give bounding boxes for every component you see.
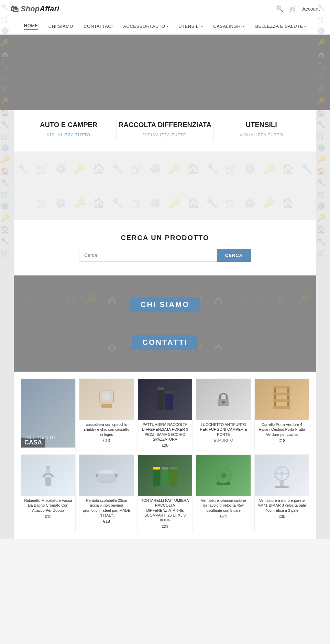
logo-shop: Shop xyxy=(21,4,40,13)
svg-rect-9 xyxy=(273,386,290,388)
product-name: Ventilatore a muro e parete VM41 BIMAR 3… xyxy=(255,496,309,513)
category-auto-link[interactable]: VISUALIZZA TUTTO xyxy=(47,133,90,137)
main-nav: HOME CHI SIAMO CONTATTACI ACCESSORI AUTO… xyxy=(0,18,330,35)
product-name: Ventilatore johnson ciclone da tavolo tr… xyxy=(196,496,251,513)
products-section: CASA VISUALIZZA TUTTO cassettiera con sp… xyxy=(14,372,316,539)
categories-section: AUTO E CAMPER VISUALIZZA TUTTO RACCOLTA … xyxy=(14,110,316,151)
product-price: €20 xyxy=(138,442,192,451)
svg-rect-29 xyxy=(153,467,160,470)
product-featured-casa[interactable]: CASA VISUALIZZA TUTTO xyxy=(21,379,76,451)
product-img xyxy=(138,455,192,496)
chi-siamo-button[interactable]: CHI SIAMO xyxy=(130,297,200,312)
chevron-down-icon: ▾ xyxy=(304,24,306,28)
svg-point-27 xyxy=(102,471,111,473)
svg-rect-25 xyxy=(96,474,98,477)
category-utensili-title: UTENSILI xyxy=(213,121,309,129)
product-img xyxy=(255,455,309,496)
product-card[interactable]: PATTUMIERA RACCOLTA DIFFERENZIATA POKER … xyxy=(138,379,192,451)
svg-rect-28 xyxy=(153,468,160,486)
nav-item-utensili[interactable]: UTENSILI ▾ xyxy=(178,24,203,29)
svg-line-42 xyxy=(226,477,228,480)
right-decoration: 🔧🛒 ⚙️🔑 🏠🔧 🛒⚙️ 🔑🏠 🔧🛒 ⚙️🔑 🏠🔧 🛒⚙️ 🔑🏠 🔧🛒 xyxy=(316,0,330,539)
nav-item-contattaci[interactable]: CONTATTACI xyxy=(84,24,113,29)
header-actions: 🔍 🛒 Account xyxy=(276,5,320,13)
svg-rect-30 xyxy=(162,468,168,486)
category-raccolta-link[interactable]: VISUALIZZA TUTTO xyxy=(143,133,187,137)
product-price: €35 xyxy=(255,513,309,522)
svg-rect-46 xyxy=(275,486,289,488)
svg-point-36 xyxy=(221,473,226,478)
product-name: TONTARELLI PATTUMIERA RACCOLTA DIFFERENZ… xyxy=(138,496,192,523)
casa-visualizza-link[interactable]: VISUALIZZA TUTTO xyxy=(24,436,56,440)
nav-item-accessori-auto[interactable]: ACCESSORI AUTO ▾ xyxy=(123,24,168,29)
search-section: CERCA UN PRODOTTO CERCA xyxy=(14,220,316,275)
product-card[interactable]: Ventilatore a muro e parete VM41 BIMAR 3… xyxy=(254,454,309,532)
product-name: PATTUMIERA RACCOLTA DIFFERENZIATA POKER … xyxy=(138,420,192,442)
hero-banner xyxy=(0,35,330,110)
category-auto-title: AUTO E CAMPER xyxy=(21,121,117,129)
logo-affari: Affari xyxy=(40,4,59,13)
category-raccolta: RACCOLTA DIFFERENZIATA VISUALIZZA TUTTO xyxy=(117,121,213,138)
product-price: €24 xyxy=(196,513,251,522)
product-card[interactable]: Pentola scolabella 20cm acciaio inox bav… xyxy=(79,454,134,532)
decorative-area-1: 🔧🛒⚙️ 🔑🏠🔧 🛒⚙️🔑 🏠🔧🛒 ⚙️🔑🏠 🔧🛒⚙️ 🔑🏠🔧 🛒⚙️🔑 🏠🔧🛒… xyxy=(14,151,316,220)
svg-line-43 xyxy=(226,471,228,473)
contatti-button[interactable]: CONTATTI xyxy=(132,335,198,350)
svg-rect-3 xyxy=(157,389,164,410)
product-card[interactable]: cassettiera con specchio shabby e chic c… xyxy=(79,379,134,451)
products-grid-2: Rubinetto Miscelatore Vasca Da Bagno Cro… xyxy=(21,454,309,532)
header: 🛍 ShopAffari 🔍 🛒 Account xyxy=(0,0,330,18)
category-utensili: UTENSILI VISUALIZZA TUTTO xyxy=(213,121,309,138)
svg-rect-26 xyxy=(115,474,118,477)
svg-rect-16 xyxy=(287,395,289,399)
product-img xyxy=(196,379,251,420)
category-utensili-link[interactable]: VISUALIZZA TUTTO xyxy=(240,133,283,137)
product-price: €13 xyxy=(79,438,134,446)
category-raccolta-title: RACCOLTA DIFFERENZIATA xyxy=(117,121,213,129)
product-card[interactable]: LUCCHETTO ANTIFURTO PER FURGONI CAMPER E… xyxy=(196,379,251,451)
product-card[interactable]: Rubinetto Miscelatore Vasca Da Bagno Cro… xyxy=(21,454,76,532)
product-price: €18 xyxy=(79,518,134,527)
svg-point-8 xyxy=(222,401,225,404)
product-name: LUCCHETTO ANTIFURTO PER FURGONI CAMPER E… xyxy=(196,420,251,438)
svg-rect-13 xyxy=(274,388,276,393)
svg-rect-32 xyxy=(170,468,177,486)
product-price-esaurito: ESAURITO xyxy=(196,438,251,445)
search-input[interactable] xyxy=(79,249,217,262)
product-featured-img: CASA VISUALIZZA TUTTO xyxy=(21,379,75,448)
product-card[interactable]: TONTARELLI PATTUMIERA RACCOLTA DIFFERENZ… xyxy=(138,454,192,532)
svg-line-44 xyxy=(219,477,221,480)
product-name: Carrello Porta Verdure 4 Ripiani Cestino… xyxy=(255,420,309,438)
chevron-down-icon: ▾ xyxy=(166,24,168,28)
info-banner-deco: 🔧🛒 ⚙️🔑 🏠🔧 🛒⚙️ 🔑🏠 🔧🛒 ⚙️🔑 🏠🔧 🛒⚙️ 🔑🏠 xyxy=(14,275,316,372)
svg-point-48 xyxy=(280,472,284,476)
svg-line-41 xyxy=(219,471,221,473)
nav-item-casalinghi[interactable]: CASALINGHI ▾ xyxy=(213,24,245,29)
nav-item-chi-siamo[interactable]: CHI SIAMO xyxy=(48,24,73,29)
category-auto-camper: AUTO E CAMPER VISUALIZZA TUTTO xyxy=(21,121,117,138)
svg-rect-2 xyxy=(101,404,112,408)
svg-rect-11 xyxy=(273,399,290,402)
cart-icon[interactable]: 🛒 xyxy=(289,5,297,13)
svg-rect-19 xyxy=(45,477,51,486)
product-card[interactable]: Ventilatore johnson ciclone da tavolo tr… xyxy=(196,454,251,532)
search-icon[interactable]: 🔍 xyxy=(276,5,284,13)
info-banner: 🔧🛒 ⚙️🔑 🏠🔧 🛒⚙️ 🔑🏠 🔧🛒 ⚙️🔑 🏠🔧 🛒⚙️ 🔑🏠 CHI SI… xyxy=(14,275,316,372)
product-img xyxy=(255,379,309,420)
product-price: €18 xyxy=(255,438,309,446)
product-name: cassettiera con specchio shabby e chic c… xyxy=(79,420,134,438)
nav-item-home[interactable]: HOME xyxy=(24,23,38,30)
search-button[interactable]: CERCA xyxy=(217,249,251,262)
product-img xyxy=(21,455,75,496)
product-name: Rubinetto Miscelatore Vasca Da Bagno Cro… xyxy=(21,496,75,513)
svg-rect-20 xyxy=(46,468,50,474)
product-img xyxy=(138,379,192,420)
nav-item-bellezza-salute[interactable]: BELLEZZA E SALUTE ▾ xyxy=(255,24,306,29)
svg-rect-18 xyxy=(287,402,289,406)
product-price: €15 xyxy=(21,513,75,522)
logo[interactable]: 🛍 ShopAffari xyxy=(10,4,59,14)
search-bar: CERCA xyxy=(79,249,251,262)
product-card[interactable]: Carrello Porta Verdure 4 Ripiani Cestino… xyxy=(254,379,309,451)
products-grid-1: CASA VISUALIZZA TUTTO cassettiera con sp… xyxy=(21,379,309,451)
svg-rect-6 xyxy=(165,391,173,394)
